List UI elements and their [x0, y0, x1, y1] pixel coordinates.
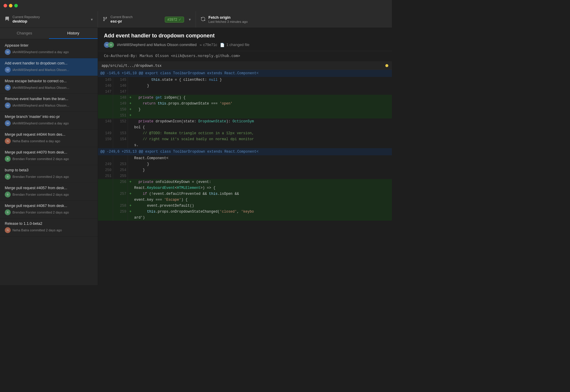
file-modified-dot	[385, 64, 388, 67]
commit-title: Merge pull request #4057 from desk...	[5, 186, 93, 190]
commit-authors: iAmWillShepherd and Markus Olsson commit…	[117, 43, 197, 47]
fetch-section[interactable]: Fetch origin Last fetched 3 minutes ago	[196, 11, 392, 28]
branch-texts: Current Branch esc-pr	[110, 15, 165, 24]
pr-number: #3972	[167, 18, 177, 22]
diff-row: 249 253 }	[98, 161, 392, 167]
sidebar: Changes History Appease linter W iAmWill…	[0, 28, 98, 285]
fetch-texts: Fetch origin Last fetched 3 minutes ago	[208, 15, 387, 24]
avatar-markus: M	[108, 42, 114, 48]
file-path: app/src/ui/t.../dropdown.tsx	[102, 64, 384, 68]
diff-area[interactable]: app/src/ui/t.../dropdown.tsx @@ -145,6 +…	[98, 62, 392, 285]
repo-texts: Current Repository desktop	[12, 15, 88, 24]
commit-title: Remove event handler from the bran...	[5, 97, 93, 101]
close-button[interactable]	[4, 4, 7, 7]
maximize-button[interactable]	[14, 4, 18, 7]
sidebar-tabs: Changes History	[0, 28, 98, 39]
commit-item[interactable]: Release to 1.1.0-beta2 N Neha Batra comm…	[0, 219, 98, 236]
commit-author: Neha Batra committed 2 days ago	[12, 228, 62, 232]
diff-row: 145 145 this.state = { clientRect: null …	[98, 77, 392, 83]
diff-row-added: 150 + }	[98, 107, 392, 113]
diff-row-added: 149 + return this.props.dropdownState ==…	[98, 101, 392, 107]
minimize-button[interactable]	[9, 4, 12, 7]
avatar: B	[5, 156, 11, 162]
avatar: W	[5, 102, 11, 108]
tab-history[interactable]: History	[49, 28, 98, 39]
diff-row-added: 259 + this.props.onDropdownStateChanged(…	[98, 209, 392, 215]
main-layout: Changes History Appease linter W iAmWill…	[0, 28, 392, 285]
avatar: W	[5, 85, 11, 91]
commit-title: Appease linter	[5, 43, 93, 48]
diff-row: React.Component<	[98, 155, 392, 161]
commit-header: Add event handler to dropdown component …	[98, 28, 392, 51]
file-header: app/src/ui/t.../dropdown.tsx	[98, 62, 392, 70]
commit-author: iAmWillShepherd and Markus Olsson...	[12, 86, 69, 89]
tab-changes[interactable]: Changes	[0, 28, 49, 39]
branch-name: esc-pr	[110, 19, 165, 24]
commit-meta: W iAmWillShepherd committed a day ago	[5, 49, 93, 55]
diff-hunk-1: @@ -145,6 +145,10 @@ export class Toolba…	[98, 70, 392, 77]
commit-meta: N Neha Batra committed a day ago	[5, 138, 93, 144]
commit-title: Release to 1.1.0-beta2	[5, 222, 93, 226]
changed-files: 📄 1 changed file	[220, 43, 249, 47]
commit-author: Brendan Forster committed 2 days ago	[12, 193, 69, 196]
commit-author: Brendan Forster committed 2 days ago	[12, 175, 69, 178]
diff-row: s.	[98, 142, 392, 148]
commit-meta: B Brendan Forster committed 2 days ago	[5, 174, 93, 180]
commit-author: iAmWillShepherd committed a day ago	[12, 121, 69, 125]
commit-item[interactable]: Move escape behavior to correct co... W …	[0, 76, 98, 94]
commit-item[interactable]: Merge branch 'master' into esc-pr W iAmW…	[0, 112, 98, 129]
commit-item[interactable]: Merge pull request #4044 from des... N N…	[0, 129, 98, 147]
diff-row: bol {	[98, 124, 392, 130]
branch-icon	[103, 17, 107, 22]
diff-row-added: ard')	[98, 215, 392, 221]
repo-section[interactable]: Current Repository desktop ▾	[0, 11, 98, 28]
sha-value: c79e71c	[203, 43, 217, 47]
commit-list: Appease linter W iAmWillShepherd committ…	[0, 39, 98, 285]
commit-item[interactable]: Merge pull request #4057 from desk... B …	[0, 183, 98, 201]
commit-meta: B Brendan Forster committed 2 days ago	[5, 192, 93, 197]
commit-meta: W M iAmWillShepherd and Markus Olsson co…	[104, 42, 386, 48]
diff-row: 147 147	[98, 89, 392, 95]
diff-row: 251 255	[98, 173, 392, 179]
fetch-label: Fetch origin	[208, 15, 387, 20]
commit-item[interactable]: Add event handler to dropdown com... W i…	[0, 58, 98, 76]
branch-chevron-icon: ▾	[189, 17, 191, 22]
fetch-sub: Last fetched 3 minutes ago	[208, 20, 387, 24]
avatar: B	[5, 174, 11, 180]
commit-meta: W iAmWillShepherd and Markus Olsson...	[5, 67, 93, 73]
commit-author: iAmWillShepherd committed a day ago	[12, 50, 69, 54]
branch-label: Current Branch	[110, 15, 165, 19]
commit-author: iAmWillShepherd and Markus Olsson...	[12, 104, 69, 107]
pr-badge: #3972 ✓	[165, 17, 184, 23]
commit-author: iAmWillShepherd and Markus Olsson...	[12, 68, 69, 72]
sha-icon: ⌁	[200, 42, 202, 47]
diff-row-added: React.KeyboardEvent<HTMLElement>) => {	[98, 185, 392, 191]
fetch-icon	[201, 17, 205, 22]
branch-section[interactable]: Current Branch esc-pr #3972 ✓ ▾	[98, 11, 196, 28]
repo-chevron-icon: ▾	[91, 17, 93, 22]
commit-author: Brendan Forster committed 2 days ago	[12, 157, 69, 161]
commit-item[interactable]: bump to beta3 B Brendan Forster committe…	[0, 165, 98, 183]
diff-row-added: 258 + event.preventDefault()	[98, 203, 392, 209]
commit-title: Merge pull request #4070 from desk...	[5, 150, 93, 154]
main-content: Add event handler to dropdown component …	[98, 28, 392, 285]
commit-meta: W iAmWillShepherd and Markus Olsson...	[5, 85, 93, 91]
commit-sha: ⌁ c79e71c	[200, 42, 217, 47]
diff-row: 250 254 }	[98, 167, 392, 173]
avatar: W	[5, 67, 11, 73]
diff-row-added: event.key === 'Escape') {	[98, 197, 392, 203]
diff-table: @@ -145,6 +145,10 @@ export class Toolba…	[98, 70, 392, 221]
commit-item[interactable]: Remove event handler from the bran... W …	[0, 94, 98, 112]
commit-item[interactable]: Appease linter W iAmWillShepherd committ…	[0, 40, 98, 58]
diff-row: 148 152 private dropdownIcon(state: Drop…	[98, 118, 392, 124]
diff-row: 149 153 // @TODO: Remake triangle octico…	[98, 130, 392, 136]
toolbar: Current Repository desktop ▾ Current Bra…	[0, 11, 392, 28]
commit-item[interactable]: Merge pull request #4070 from desk... B …	[0, 147, 98, 165]
commit-title: bump to beta3	[5, 168, 93, 172]
avatar: B	[5, 192, 11, 197]
file-icon: 📄	[220, 43, 225, 47]
diff-row: 150 154 // right now it's scaled badly o…	[98, 136, 392, 142]
commit-item[interactable]: Merge pull request #4067 from desk... B …	[0, 201, 98, 219]
commit-title: Add event handler to dropdown com...	[5, 61, 93, 65]
repo-icon	[5, 17, 10, 22]
